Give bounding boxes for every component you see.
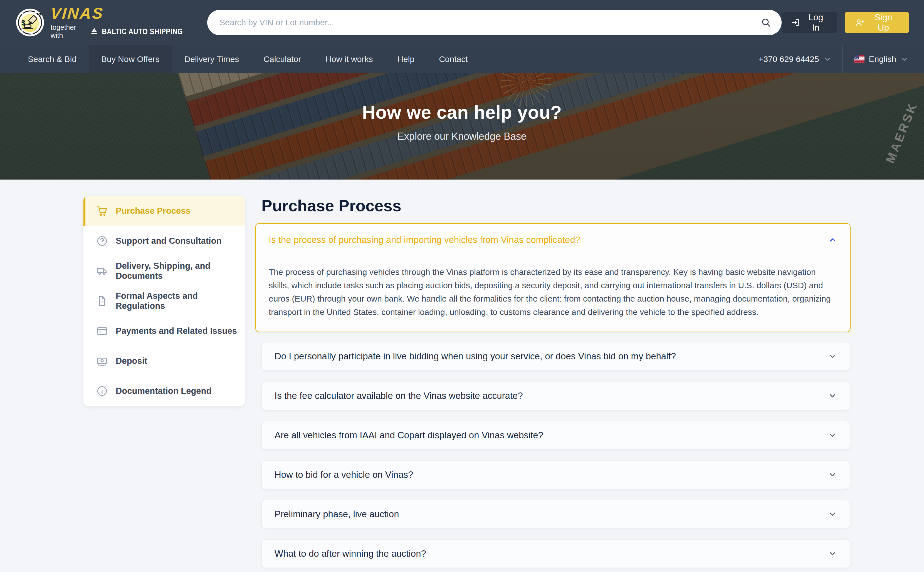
faq-question-row[interactable]: Are all vehicles from IAAI and Copart di… bbox=[262, 421, 850, 449]
faq-card: Preliminary phase, live auction bbox=[262, 500, 850, 528]
sidebar-item-purchase-process[interactable]: Purchase Process bbox=[83, 196, 245, 226]
page: $ VINAS together with BALTIC AUTO SHIPPI… bbox=[0, 0, 924, 572]
chevron-down-icon[interactable] bbox=[828, 510, 837, 519]
sidebar-item-deposit[interactable]: Deposit bbox=[83, 346, 245, 376]
sidebar-item-label: Support and Consultation bbox=[116, 236, 222, 246]
faq-question: What to do after winning the auction? bbox=[274, 549, 426, 559]
login-label: Log In bbox=[804, 12, 827, 33]
hero-title: How we can help you? bbox=[362, 102, 562, 123]
faq-section: Purchase Process Is the process of purch… bbox=[262, 196, 850, 572]
document-icon bbox=[96, 295, 108, 307]
chevron-down-icon[interactable] bbox=[828, 391, 837, 400]
signup-button[interactable]: Sign Up bbox=[845, 12, 909, 33]
faq-card: How to bid for a vehicle on Vinas? bbox=[262, 460, 850, 489]
nav-item-calculator[interactable]: Calculator bbox=[251, 45, 313, 73]
faq-question: Preliminary phase, live auction bbox=[274, 509, 399, 519]
nav-item-help[interactable]: Help bbox=[385, 45, 427, 73]
faq-question-row[interactable]: Is the process of purchasing and importi… bbox=[256, 224, 850, 256]
chevron-down-icon[interactable] bbox=[828, 431, 837, 440]
main-nav: Search & Bid Buy Now Offers Delivery Tim… bbox=[0, 45, 924, 73]
chevron-down-icon bbox=[824, 55, 831, 63]
sidebar-item-support-consultation[interactable]: Support and Consultation bbox=[83, 226, 245, 256]
logo-tagline: together with bbox=[51, 23, 87, 39]
hero-subtitle: Explore our Knowledge Base bbox=[397, 131, 527, 142]
login-button[interactable]: Log In bbox=[782, 12, 837, 33]
info-circle-icon bbox=[96, 385, 108, 397]
page-title: Purchase Process bbox=[262, 196, 850, 215]
faq-card: Do I personally participate in live bidd… bbox=[262, 342, 850, 370]
nav-item-delivery-times[interactable]: Delivery Times bbox=[172, 45, 251, 73]
banknote-icon bbox=[96, 355, 108, 367]
sidebar-item-label: Documentation Legend bbox=[116, 386, 211, 396]
sidebar-item-payments-related-issues[interactable]: Payments and Related Issues bbox=[83, 316, 245, 346]
language-selector[interactable]: English bbox=[843, 45, 908, 73]
faq-question-row[interactable]: Do I personally participate in live bidd… bbox=[262, 342, 850, 370]
chevron-down-icon[interactable] bbox=[828, 470, 837, 479]
sidebar-item-label: Purchase Process bbox=[116, 206, 190, 216]
category-sidebar: Purchase Process Support and Consultatio… bbox=[83, 196, 245, 406]
sidebar-item-documentation-legend[interactable]: Documentation Legend bbox=[83, 376, 245, 406]
phone-number: +370 629 64425 bbox=[759, 54, 819, 64]
help-circle-icon bbox=[96, 235, 108, 247]
faq-question-row[interactable]: How to bid for a vehicle on Vinas? bbox=[262, 461, 850, 489]
chevron-up-icon[interactable] bbox=[828, 235, 837, 244]
language-label: English bbox=[869, 54, 896, 64]
faq-question-row[interactable]: Is the fee calculator available on the V… bbox=[262, 382, 850, 410]
logo[interactable]: $ VINAS together with BALTIC AUTO SHIPPI… bbox=[16, 6, 183, 39]
nav-item-how-it-works[interactable]: How it works bbox=[313, 45, 385, 73]
sidebar-item-formal-aspects-regulations[interactable]: Formal Aspects and Regulations bbox=[83, 286, 245, 316]
cart-icon bbox=[96, 205, 108, 217]
nav-item-contact[interactable]: Contact bbox=[427, 45, 480, 73]
faq-card: Are all vehicles from IAAI and Copart di… bbox=[262, 421, 850, 449]
search-bar bbox=[207, 10, 782, 35]
sidebar-item-label: Delivery, Shipping, and Documents bbox=[116, 261, 245, 281]
search-icon[interactable] bbox=[761, 17, 771, 28]
sidebar-item-label: Payments and Related Issues bbox=[116, 326, 237, 336]
truck-icon bbox=[96, 265, 108, 277]
chevron-down-icon bbox=[901, 55, 908, 63]
faq-card: What to do after winning the auction? bbox=[262, 539, 850, 568]
person-plus-icon bbox=[855, 18, 864, 27]
sidebar-item-label: Formal Aspects and Regulations bbox=[116, 291, 245, 311]
faq-question-row[interactable]: What to do after winning the auction? bbox=[262, 540, 850, 567]
sidebar-item-delivery-shipping-documents[interactable]: Delivery, Shipping, and Documents bbox=[83, 256, 245, 286]
vinas-logo-icon: $ bbox=[16, 8, 45, 37]
sailboat-icon bbox=[90, 27, 98, 36]
faq-question: How to bid for a vehicle on Vinas? bbox=[274, 469, 413, 480]
sidebar-item-label: Deposit bbox=[116, 356, 147, 366]
us-flag-icon bbox=[854, 55, 865, 63]
nav-item-search-bid[interactable]: Search & Bid bbox=[16, 45, 89, 73]
faq-question: Do I personally participate in live bidd… bbox=[274, 351, 676, 362]
faq-card: Is the fee calculator available on the V… bbox=[262, 382, 850, 410]
faq-question: Is the fee calculator available on the V… bbox=[274, 390, 523, 401]
credit-card-icon bbox=[96, 325, 108, 337]
faq-card-expanded: Is the process of purchasing and importi… bbox=[256, 223, 851, 332]
faq-question: Is the process of purchasing and importi… bbox=[269, 235, 580, 245]
svg-text:$: $ bbox=[22, 19, 25, 27]
login-icon bbox=[791, 18, 800, 27]
signup-label: Sign Up bbox=[868, 12, 898, 33]
faq-answer: The process of purchasing vehicles throu… bbox=[256, 256, 850, 331]
brand-name: VINAS bbox=[50, 6, 183, 21]
search-input[interactable] bbox=[207, 10, 782, 35]
top-header: $ VINAS together with BALTIC AUTO SHIPPI… bbox=[0, 0, 924, 45]
faq-question: Are all vehicles from IAAI and Copart di… bbox=[274, 430, 543, 440]
chevron-down-icon[interactable] bbox=[828, 549, 837, 558]
hero-banner: MAERSK How we can help you? Explore our … bbox=[0, 73, 924, 180]
partner-name: BALTIC AUTO SHIPPING bbox=[102, 27, 183, 36]
phone-dropdown[interactable]: +370 629 64425 bbox=[759, 45, 843, 73]
chevron-down-icon[interactable] bbox=[828, 352, 837, 361]
nav-item-buy-now-offers[interactable]: Buy Now Offers bbox=[89, 45, 172, 73]
content-area: Purchase Process Support and Consultatio… bbox=[0, 180, 924, 572]
faq-question-row[interactable]: Preliminary phase, live auction bbox=[262, 500, 850, 528]
